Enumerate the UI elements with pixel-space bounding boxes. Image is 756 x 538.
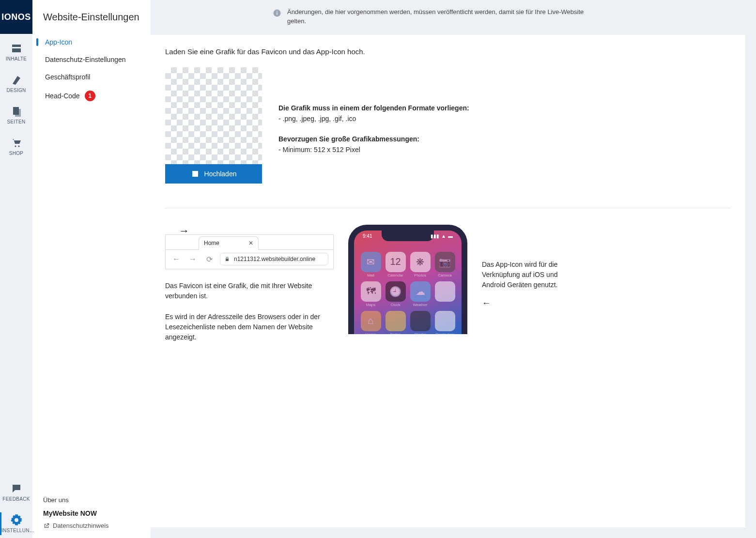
svg-rect-0 (12, 45, 21, 47)
design-icon (11, 74, 22, 86)
image-icon (191, 169, 200, 178)
svg-rect-8 (277, 11, 278, 12)
phone-app: Stocks (409, 311, 431, 334)
gear-icon (11, 514, 22, 526)
cart-icon (11, 137, 22, 149)
phone-app: Notes (385, 311, 406, 334)
rail-item-shop[interactable]: SHOP (0, 135, 32, 158)
phone-app-label: Notes (390, 332, 401, 334)
rail-item-inhalte[interactable]: INHALTE (0, 41, 32, 63)
sidebar-item-head-code[interactable]: Head-Code 1 (32, 86, 151, 106)
phone-app: Reminders (434, 311, 456, 334)
svg-point-4 (15, 145, 16, 147)
sidebar-item-datenschutz[interactable]: Datenschutz-Einstellungen (32, 51, 151, 68)
phone-app: ❋Photos (409, 252, 431, 277)
phone-app-icon (435, 281, 455, 302)
phone-app-label: Weather (413, 303, 427, 307)
sidebar-item-label: Head-Code (45, 92, 80, 100)
info-icon (273, 9, 281, 17)
svg-point-5 (18, 145, 19, 147)
phone-app-label: Reminders (435, 332, 454, 334)
browser-tab: Home ✕ (199, 236, 259, 250)
brand-logo[interactable]: IONOS (0, 0, 32, 34)
close-icon: ✕ (248, 240, 253, 246)
rail-item-einstellungen[interactable]: EINSTELLUN… (0, 512, 32, 535)
size-text: - Minimum: 512 x 512 Pixel (278, 146, 469, 154)
back-icon: ← (170, 253, 182, 265)
sidebar-item-label: Geschäftsprofil (45, 73, 90, 81)
upload-preview (165, 67, 262, 164)
browser-preview: Home ✕ ← → ⟳ n1211312.websitebuilder.onl… (165, 234, 334, 269)
settings-sidebar: Website-Einstellungen App-Icon Datenschu… (32, 0, 151, 538)
rail-label: EINSTELLUN… (0, 528, 34, 533)
upload-label: Hochladen (204, 170, 237, 178)
product-name: MyWebsite NOW (43, 509, 140, 517)
rail-item-feedback[interactable]: FEEDBACK (0, 481, 32, 504)
phone-app-label: Stocks (414, 332, 426, 334)
phone-app (434, 281, 456, 307)
settings-nav: App-Icon Datenschutz-Einstellungen Gesch… (32, 31, 151, 106)
rail-label: FEEDBACK (2, 496, 30, 502)
sidebar-item-app-icon[interactable]: App-Icon (32, 33, 151, 51)
sidebar-item-geschaeftsprofil[interactable]: Geschäftsprofil (32, 68, 151, 86)
rail-label: SHOP (9, 151, 24, 156)
wifi-icon: ▲ (441, 233, 446, 239)
size-heading: Bevorzugen Sie große Grafikabmessungen: (278, 135, 419, 143)
phone-app-icon (410, 311, 431, 331)
phone-app-label: Home (366, 332, 376, 334)
unpublished-notice: Änderungen, die hier vorgenommen werden,… (151, 0, 756, 35)
sidebar-title: Website-Einstellungen (43, 12, 140, 23)
phone-app: 12Calendar (385, 252, 406, 277)
svg-rect-3 (15, 109, 21, 117)
pages-icon (11, 106, 22, 117)
phone-app-icon (435, 311, 455, 331)
rail-label: DESIGN (6, 88, 26, 93)
phone-app: 🕘Clock (385, 281, 406, 307)
phone-app-icon (386, 311, 406, 331)
phone-app-icon: ☁ (410, 281, 431, 302)
signal-icon: ▮▮▮ (431, 233, 439, 239)
notification-badge: 1 (85, 91, 95, 101)
svg-rect-7 (277, 13, 278, 15)
battery-icon: ▬ (448, 233, 453, 239)
phone-app: ✉Mail (360, 252, 382, 277)
lock-icon (224, 256, 230, 262)
about-heading: Über uns (43, 496, 140, 504)
phone-preview: 9:41 ▮▮▮ ▲ ▬ ✉Mail12Calendar❋Photos📷Came… (348, 225, 467, 334)
favicon-desc-1: Das Favicon ist eine Grafik, die mit Ihr… (165, 281, 334, 301)
upload-button[interactable]: Hochladen (165, 164, 262, 184)
format-list: - .png, .jpeg, .jpg, .gif, .ico (278, 115, 469, 123)
chat-icon (11, 483, 22, 494)
reload-icon: ⟳ (203, 253, 215, 265)
phone-app-icon: ⌂ (361, 311, 381, 331)
url-text: n1211312.websitebuilder.online (234, 256, 315, 262)
forward-icon: → (187, 253, 199, 265)
format-heading: Die Grafik muss in einem der folgenden F… (278, 104, 469, 112)
rail-item-seiten[interactable]: SEITEN (0, 104, 32, 126)
phone-app-label: Mail (367, 273, 374, 277)
sidebar-item-label: Datenschutz-Einstellungen (45, 56, 126, 63)
notice-text: Änderungen, die hier vorgenommen werden,… (287, 8, 587, 26)
content-icon (11, 43, 22, 54)
svg-rect-1 (12, 48, 21, 52)
tab-title: Home (204, 240, 219, 246)
app-icon-desc: Das App-Icon wird für die Verknüpfung au… (482, 260, 574, 290)
phone-app-icon: 🗺 (361, 281, 381, 302)
divider (165, 208, 731, 208)
phone-app: ☁Weather (409, 281, 431, 307)
phone-app: ⌂Home (360, 311, 382, 334)
phone-app-label: Calendar (387, 273, 403, 277)
favicon-desc-2: Es wird in der Adresszeile des Browsers … (165, 312, 334, 342)
phone-app-label: Photos (414, 273, 426, 277)
phone-app-label: Camera (438, 273, 451, 277)
privacy-link[interactable]: Datenschutzhinweis (43, 522, 140, 529)
phone-app-icon: ❋ (410, 252, 431, 272)
phone-app-icon: ✉ (361, 252, 381, 272)
arrow-left-icon: ← (482, 297, 574, 310)
rail-label: SEITEN (7, 119, 26, 124)
rail-item-design[interactable]: DESIGN (0, 72, 32, 95)
phone-app-icon: 12 (386, 252, 406, 272)
url-display: n1211312.websitebuilder.online (220, 253, 328, 265)
rail-label: INHALTE (6, 56, 27, 61)
sidebar-item-label: App-Icon (45, 38, 72, 46)
